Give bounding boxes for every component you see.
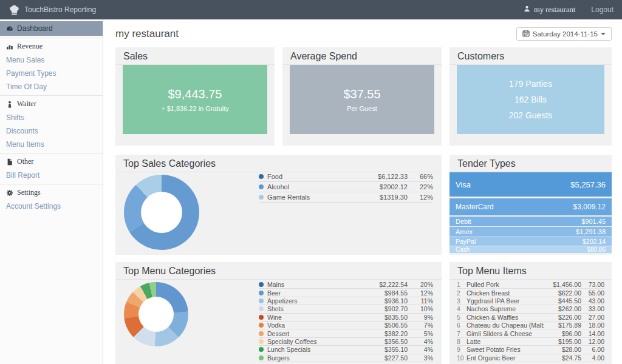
legend-dot-icon [259, 347, 264, 352]
sidebar-item-dashboard[interactable]: Dashboard [0, 21, 103, 36]
menu-item-amount: $622.00 [544, 289, 581, 297]
user-menu[interactable]: my restaurant [524, 5, 575, 15]
legend-row-alcohol: Alcohol$2002.1222% [259, 182, 433, 192]
legend-amount: $356.50 [359, 338, 408, 345]
sidebar-item-bill-report[interactable]: Bill Report [0, 169, 103, 182]
menu-item-amount: $28.00 [544, 346, 581, 353]
tender-types-title: Tender Types [449, 155, 612, 172]
legend-dot-icon [259, 195, 264, 200]
menu-item-row: 4Nachos Supreme$262.0033.00 [457, 305, 604, 313]
menu-item-qty: 27.00 [581, 314, 604, 321]
tender-row-amex: Amex$1,291.38 [449, 227, 612, 237]
legend-row-lunch-specials: Lunch Specials$355.104% [259, 346, 433, 354]
legend-row-wine: Wine$835.509% [259, 314, 433, 322]
tender-row-cash: Cash$80.86 [449, 246, 612, 253]
date-label: Saturday 2014-11-15 [533, 30, 598, 38]
file-icon [6, 158, 13, 166]
menu-item-amount: $445.50 [544, 297, 581, 305]
customers-panel: 179 Parties 162 Bills 202 Guests [457, 65, 604, 134]
menu-item-amount: $226.00 [544, 314, 581, 321]
bottom-row: Top Menu Categories Mains$2,222.5420%Bee… [115, 262, 612, 364]
legend-row-vodka: Vodka$506.557% [259, 322, 433, 329]
sidebar-item-discounts[interactable]: Discounts [0, 124, 103, 138]
menu-item-rank: 2 [457, 289, 466, 297]
tender-row-visa: Visa$5,257.36 [449, 172, 612, 197]
menu-item-rank: 6 [457, 322, 466, 329]
logout-button[interactable]: Logout [591, 5, 613, 14]
menu-item-row: 1Pulled Pork$1,456.0073.00 [457, 281, 604, 289]
navbar-right: my restaurant Logout [524, 5, 613, 15]
legend-amount: $6,122.33 [359, 173, 408, 180]
tender-types-card: Tender Types Visa$5,257.36MasterCard$3,0… [449, 155, 612, 255]
menu-item-name: Chicken & Waffles [466, 314, 544, 321]
menu-item-qty: 4.00 [581, 354, 604, 362]
sidebar-item-label: Menu Items [6, 140, 44, 149]
legend-row-dessert: Dessert$382.205% [259, 329, 433, 337]
menu-item-qty: 55.00 [581, 289, 604, 297]
sidebar-item-label: Bill Report [6, 171, 39, 180]
sales-value: $9,443.75 [168, 87, 222, 101]
legend-percent: 4% [408, 338, 433, 345]
top-sales-categories-title: Top Sales Categories [115, 155, 442, 172]
app-brand: TouchBistro Reporting [9, 4, 96, 16]
legend-dot-icon [259, 323, 264, 328]
top-menu-donut-chart [124, 282, 188, 346]
legend-row-shots: Shots$902.7010% [259, 305, 433, 313]
sidebar-item-payment-types[interactable]: Payment Types [0, 67, 103, 80]
legend-row-specialty-coffees: Specialty Coffees$356.504% [259, 338, 433, 346]
menu-item-qty: 43.00 [581, 297, 604, 305]
page-title: my restaurant [115, 28, 179, 40]
sidebar-item-shifts[interactable]: Shifts [0, 111, 103, 124]
sidebar-item-account-settings[interactable]: Account Settings [0, 200, 103, 213]
tender-label: Cash [456, 246, 470, 253]
legend-percent: 4% [408, 346, 433, 353]
average-spend-card: Average Spend $37.55 Per Guest [282, 47, 442, 146]
menu-item-row: 10Ent Organic Beer$24.754.00 [457, 354, 604, 362]
legend-label: Dessert [267, 330, 359, 337]
legend-amount: $835.50 [359, 314, 408, 321]
sidebar-item-revenue[interactable]: Revenue [0, 38, 103, 53]
sidebar-item-label: Other [17, 157, 33, 166]
date-picker-button[interactable]: Saturday 2014-11-15 [516, 27, 612, 41]
menu-item-qty: 14.00 [581, 330, 604, 337]
legend-label: Lunch Specials [267, 346, 359, 353]
top-sales-legend: Food$6,122.3366%Alcohol$2002.1222%Game R… [259, 172, 433, 203]
legend-percent: 7% [408, 322, 433, 329]
legend-label: Wine [267, 314, 359, 321]
sidebar-item-waiter[interactable]: Waiter [0, 95, 103, 111]
legend-dot-icon [259, 184, 264, 189]
middle-row: Top Sales Categories Food$6,122.3366%Alc… [115, 155, 612, 255]
legend-percent: 11% [408, 297, 433, 305]
person-icon [6, 101, 13, 108]
sidebar-item-settings[interactable]: Settings [0, 184, 103, 200]
tender-label: Visa [456, 180, 471, 189]
sidebar-item-label: Account Settings [6, 202, 61, 211]
tender-amount: $202.14 [583, 238, 606, 245]
menu-item-amount: $96.00 [544, 330, 581, 337]
stats-row: Sales $9,443.75 + $1,836.22 in Gratuity … [115, 47, 612, 146]
menu-item-name: Pulled Pork [466, 281, 544, 288]
menu-item-amount: $175.89 [544, 322, 581, 329]
sidebar-item-time-of-day[interactable]: Time Of Day [0, 80, 103, 93]
sidebar-item-other[interactable]: Other [0, 153, 103, 169]
sidebar-item-menu-sales[interactable]: Menu Sales [0, 53, 103, 67]
main-content: my restaurant Saturday 2014-11-15 Sales … [103, 19, 622, 364]
chef-hat-logo-icon [9, 4, 20, 16]
legend-percent: 5% [408, 330, 433, 337]
sidebar-item-menu-items[interactable]: Menu Items [0, 138, 103, 151]
menu-item-row: 7Gimli Sliders & Cheese$96.0014.00 [457, 329, 604, 337]
customers-parties: 179 Parties [509, 76, 552, 92]
customers-guests: 202 Guests [509, 107, 553, 123]
top-menu-categories-title: Top Menu Categories [115, 262, 442, 280]
tender-label: Debit [456, 218, 471, 225]
user-icon [524, 5, 530, 15]
sidebar-item-label: Menu Sales [6, 56, 44, 64]
menu-item-row: 2Chicken Breast$622.0055.00 [457, 289, 604, 297]
user-menu-label: my restaurant [534, 5, 575, 15]
tender-amount: $5,257.36 [570, 180, 606, 189]
top-menu-legend: Mains$2,222.5420%Beer$984.5512%Appetizer… [259, 281, 433, 362]
top-menu-categories-card: Top Menu Categories Mains$2,222.5420%Bee… [115, 262, 442, 364]
customers-bills: 162 Bills [514, 92, 547, 107]
menu-item-name: Sweet Potato Fries [466, 346, 544, 353]
legend-percent: 12% [408, 194, 433, 201]
